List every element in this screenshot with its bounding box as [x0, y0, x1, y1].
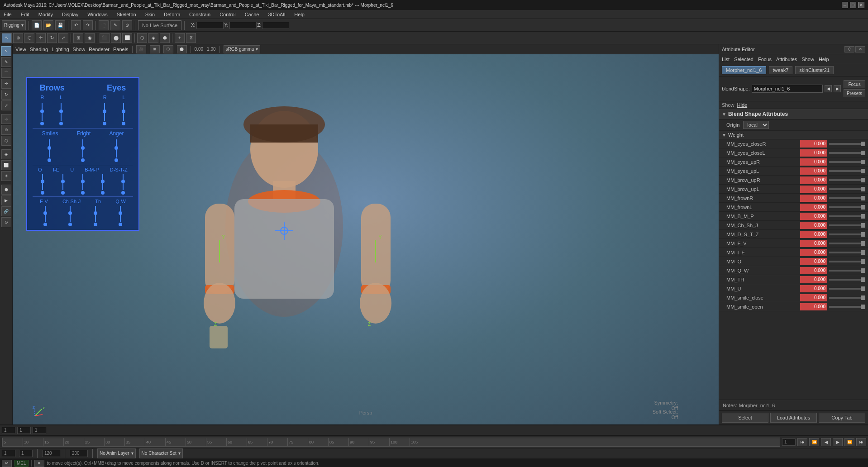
select-btn[interactable]: Select — [722, 413, 768, 423]
attr-slider-11[interactable] — [829, 243, 865, 244]
joint-icon[interactable]: ⊙ — [1, 217, 11, 227]
vp-shading-menu[interactable]: Shading — [30, 47, 48, 52]
attr-value-15[interactable] — [800, 276, 827, 283]
camera-icon[interactable]: ⬜ — [1, 160, 11, 170]
render-icon[interactable]: ◈ — [1, 149, 11, 159]
vp-view-menu[interactable]: View — [15, 47, 26, 52]
paint-sel[interactable]: ⬡ — [24, 33, 34, 43]
close-button[interactable]: ✕ — [858, 2, 864, 8]
hide-link[interactable]: Hide — [737, 102, 748, 108]
next-frame-btn[interactable]: ⏩ — [844, 438, 854, 446]
maximize-button[interactable]: □ — [850, 2, 856, 8]
no-live-surface[interactable]: No Live Surface — [138, 20, 181, 30]
ph-IE-slider[interactable] — [61, 174, 65, 195]
menu-item-windows[interactable]: Windows — [86, 12, 110, 17]
vp-grid-btn[interactable]: ⊞ — [150, 45, 160, 53]
soft-sel[interactable]: ◉ — [85, 33, 95, 43]
menu-item-skeleton[interactable]: Skeleton — [115, 12, 138, 17]
attr-slider-6[interactable] — [829, 197, 865, 199]
vp-lighting-menu[interactable]: Lighting — [52, 47, 69, 52]
lasso-tool[interactable]: ⊛ — [13, 33, 23, 43]
smiles-slider[interactable] — [48, 139, 51, 162]
attr-value-9[interactable] — [800, 222, 827, 229]
menu-item-control[interactable]: Control — [218, 12, 237, 17]
nav-list[interactable]: List — [722, 57, 730, 62]
attr-value-11[interactable] — [800, 240, 827, 247]
tab-tweak[interactable]: tweak7 — [769, 66, 793, 74]
attr-value-8[interactable] — [800, 213, 827, 220]
ph-ChShJ-slider[interactable] — [68, 206, 72, 226]
viewport-content[interactable]: Brows Eyes R L R L — [13, 54, 719, 424]
timeline-track[interactable]: 5101520253035404550556065707580859095100… — [2, 438, 780, 447]
attr-value-13[interactable] — [800, 258, 827, 265]
anim-layer-dropdown[interactable]: No Anim Layer ▾ — [97, 448, 136, 458]
vp-wire-btn[interactable]: ⬡ — [163, 45, 173, 53]
skip-start-btn[interactable]: ⏮ — [797, 438, 807, 446]
mel-label[interactable]: MEL — [14, 460, 29, 467]
poly-sphere[interactable]: ⬤ — [111, 33, 121, 43]
attr-slider-17[interactable] — [829, 297, 865, 299]
play-start-field[interactable]: 1 — [19, 450, 33, 457]
attr-value-4[interactable] — [800, 176, 827, 184]
magnet-icon[interactable]: ⊕ — [1, 125, 11, 135]
select-tool-icon[interactable]: ↖ — [1, 46, 11, 56]
y-input[interactable] — [229, 22, 257, 29]
redo-btn[interactable]: ↷ — [83, 20, 93, 30]
vp-show-menu[interactable]: Show — [73, 47, 86, 52]
lasso-mode[interactable]: ⊙ — [122, 20, 132, 30]
fps-field[interactable]: 120 — [42, 450, 60, 457]
nav-focus[interactable]: Focus — [758, 57, 772, 62]
attr-slider-8[interactable] — [829, 215, 865, 217]
deform-icon[interactable]: ⬢ — [1, 185, 11, 195]
anger-slider[interactable] — [114, 139, 118, 162]
ph-FV-slider[interactable] — [43, 206, 47, 226]
weight-header[interactable]: ▼ Weight — [719, 131, 868, 139]
x-input[interactable] — [196, 22, 224, 29]
attr-slider-13[interactable] — [829, 261, 865, 262]
light-icon[interactable]: ☀ — [1, 171, 11, 181]
mel-x-btn[interactable]: ✕ — [34, 460, 44, 467]
tab-morpher[interactable]: Morpher_ncl1_6 — [722, 66, 766, 74]
ph-U-slider[interactable] — [81, 174, 85, 195]
attr-value-10[interactable] — [800, 231, 827, 238]
attr-slider-12[interactable] — [829, 252, 865, 253]
scale-tool[interactable]: ⤢ — [58, 33, 68, 43]
attr-slider-4[interactable] — [829, 179, 865, 181]
attr-value-0[interactable] — [800, 140, 827, 148]
menu-item-cache[interactable]: Cache — [243, 12, 261, 17]
bs-expand-btn[interactable]: ◀ — [825, 85, 832, 92]
menu-item-3dtoall[interactable]: 3DToAll — [266, 12, 287, 17]
brush-icon[interactable]: ⬡ — [1, 136, 11, 146]
brow-r-slider[interactable] — [40, 103, 44, 125]
move-icon[interactable]: ✛ — [1, 79, 11, 89]
gamma-dropdown[interactable]: sRGB gamma ▾ — [224, 45, 261, 53]
tab-skin[interactable]: skinCluster21 — [795, 66, 834, 74]
start-frame-field[interactable]: 1 — [2, 450, 15, 457]
attr-slider-1[interactable] — [829, 152, 865, 154]
play-fwd-btn[interactable]: ▶ — [833, 438, 843, 446]
vp-renderer-menu[interactable]: Renderer — [89, 47, 110, 52]
menu-item-display[interactable]: Display — [60, 12, 80, 17]
nav-attributes[interactable]: Attributes — [776, 57, 797, 62]
attr-slider-2[interactable] — [829, 161, 865, 163]
attr-slider-15[interactable] — [829, 279, 865, 281]
menu-item-edit[interactable]: Edit — [19, 12, 31, 17]
fright-slider[interactable] — [81, 139, 85, 162]
menu-item-file[interactable]: File — [2, 12, 14, 17]
constraint-icon[interactable]: 🔗 — [1, 206, 11, 216]
minimize-button[interactable]: ─ — [842, 2, 848, 8]
attr-value-2[interactable] — [800, 158, 827, 166]
attr-value-1[interactable] — [800, 149, 827, 157]
attr-slider-5[interactable] — [829, 188, 865, 190]
blend-shape-attr-section[interactable]: ▼ Blend Shape Attributes — [719, 109, 868, 119]
vp-shade-btn[interactable]: ⬤ — [177, 45, 187, 53]
bridge[interactable]: ⬢ — [160, 33, 170, 43]
attr-slider-14[interactable] — [829, 270, 865, 272]
poly-cube[interactable]: ⬛ — [100, 33, 110, 43]
curve-tool-icon[interactable]: ⌒ — [1, 68, 11, 78]
select-tool[interactable]: ↖ — [2, 33, 12, 43]
show-manip[interactable]: ⊞ — [73, 33, 83, 43]
paint-mode[interactable]: ✎ — [110, 20, 120, 30]
frame-field-1[interactable]: 1 — [2, 427, 15, 434]
blend-shape-input[interactable] — [752, 85, 823, 93]
